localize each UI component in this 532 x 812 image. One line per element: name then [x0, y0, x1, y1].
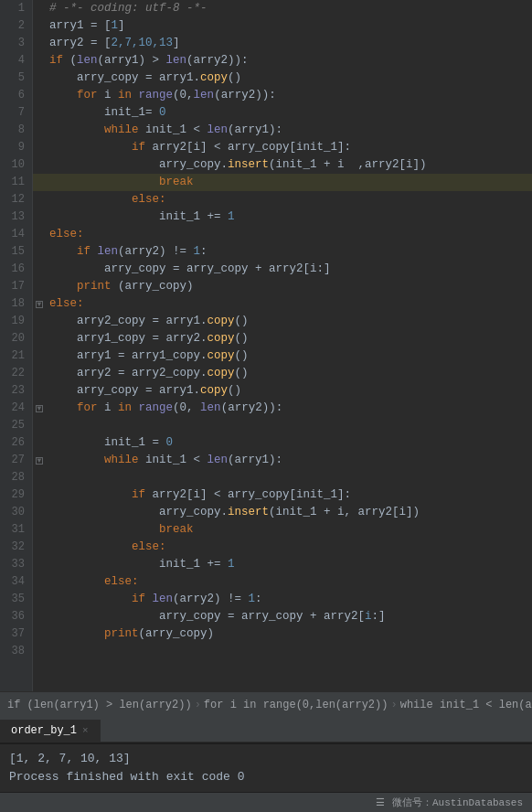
code-line: arry_copy = arry_copy + arry2[i:]: [33, 261, 532, 278]
line-numbers: 1234567891011121314151617181920212223242…: [0, 0, 33, 691]
code-text: while init_1 < len(arry1):: [46, 452, 282, 469]
code-line: if arry2[i] < arry_copy[init_1]:: [33, 139, 532, 156]
code-text: for i in range(0,len(arry2)):: [46, 87, 276, 104]
code-text: break: [46, 521, 194, 539]
line-number: 21: [4, 347, 25, 365]
code-text: if (len(arry1) > len(arry2)):: [46, 52, 249, 69]
code-text: arry_copy.insert(init_1 + i, arry2[i]): [46, 504, 420, 521]
line-number: 17: [4, 278, 25, 295]
code-text: init_1= 0: [46, 104, 166, 122]
code-line: [33, 417, 532, 434]
breadcrumb-item[interactable]: while init_1 < len(arry1): [400, 699, 532, 711]
fold-gutter: [33, 556, 46, 573]
fold-gutter: [33, 208, 46, 226]
code-text: arry_copy = arry1.copy(): [46, 382, 241, 400]
fold-arrow-icon[interactable]: ▼: [36, 301, 43, 308]
fold-gutter: [33, 35, 46, 52]
line-number: 7: [4, 104, 25, 122]
line-number: 35: [4, 591, 25, 608]
breadcrumb-separator: ›: [195, 699, 201, 711]
line-number: 14: [4, 226, 25, 243]
fold-gutter: [33, 139, 46, 156]
code-text: else:: [46, 295, 84, 313]
fold-arrow-icon[interactable]: ▼: [36, 457, 43, 465]
code-line: break: [33, 174, 532, 191]
line-number: 16: [4, 261, 25, 278]
code-line: ▼else:: [33, 295, 532, 313]
code-text: break: [46, 174, 194, 191]
code-text: arry_copy.insert(init_1 + i ,arry2[i]): [46, 156, 427, 174]
code-text: arry2_copy = arry1.copy(): [46, 313, 249, 330]
fold-gutter: [33, 243, 46, 261]
line-number: 5: [4, 69, 25, 87]
code-line: ▼ for i in range(0, len(arry2)):: [33, 400, 532, 417]
tab-close-button[interactable]: ×: [82, 725, 89, 736]
line-number: 8: [4, 122, 25, 139]
code-text: while init_1 < len(arry1):: [46, 122, 282, 139]
fold-gutter: [33, 278, 46, 295]
fold-gutter[interactable]: ▼: [33, 452, 46, 469]
fold-gutter: [33, 365, 46, 382]
code-line: arry1 = arry1_copy.copy(): [33, 347, 532, 365]
breadcrumb-item[interactable]: for i in range(0,len(arry2)): [204, 699, 388, 711]
code-line: else:: [33, 539, 532, 556]
code-text: arry1_copy = arry2.copy(): [46, 330, 249, 347]
status-right-text: 微信号：AustinDatabases: [392, 796, 523, 809]
fold-gutter: [33, 643, 46, 660]
code-line: init_1 += 1: [33, 208, 532, 226]
fold-gutter: [33, 0, 46, 17]
editor-tab[interactable]: order_by_1×: [0, 720, 101, 742]
fold-gutter: [33, 156, 46, 174]
code-lines[interactable]: # -*- coding: utf-8 -*-arry1 = [1]arry2 …: [33, 0, 532, 691]
code-line: arry2_copy = arry1.copy(): [33, 313, 532, 330]
code-text: [46, 469, 132, 486]
line-number: 4: [4, 52, 25, 69]
line-number: 22: [4, 365, 25, 382]
fold-gutter: [33, 330, 46, 347]
fold-gutter: [33, 69, 46, 87]
code-text: if arry2[i] < arry_copy[init_1]:: [46, 486, 351, 504]
fold-gutter: [33, 486, 46, 504]
code-text: init_1 = 0: [46, 434, 173, 452]
fold-arrow-icon[interactable]: ▼: [36, 405, 43, 412]
editor-area: 1234567891011121314151617181920212223242…: [0, 0, 532, 717]
code-line: arry_copy = arry_copy + arry2[i:]: [33, 608, 532, 625]
code-text: arry_copy = arry_copy + arry2[i:]: [46, 261, 331, 278]
line-number: 20: [4, 330, 25, 347]
fold-gutter[interactable]: ▼: [33, 295, 46, 313]
code-line: init_1 += 1: [33, 556, 532, 573]
fold-gutter: [33, 608, 46, 625]
code-line: if len(arry2) != 1:: [33, 243, 532, 261]
tab-bar: order_by_1×: [0, 717, 532, 743]
code-line: arry1_copy = arry2.copy(): [33, 330, 532, 347]
code-text: arry2 = [2,7,10,13]: [46, 35, 180, 52]
fold-gutter: [33, 469, 46, 486]
fold-gutter[interactable]: ▼: [33, 400, 46, 417]
code-container: 1234567891011121314151617181920212223242…: [0, 0, 532, 691]
code-text: print (arry_copy): [46, 278, 194, 295]
code-text: [46, 643, 49, 660]
code-text: arry2 = arry2_copy.copy(): [46, 365, 249, 382]
code-text: if len(arry2) != 1:: [46, 591, 262, 608]
code-text: arry1 = [1]: [46, 17, 125, 35]
line-number: 6: [4, 87, 25, 104]
code-line: # -*- coding: utf-8 -*-: [33, 0, 532, 17]
line-number: 23: [4, 382, 25, 400]
line-number: 36: [4, 608, 25, 625]
line-number: 10: [4, 156, 25, 174]
fold-gutter: [33, 347, 46, 365]
line-number: 28: [4, 469, 25, 486]
code-text: for i in range(0, len(arry2)):: [46, 400, 282, 417]
fold-gutter: [33, 539, 46, 556]
code-line: while init_1 < len(arry1):: [33, 122, 532, 139]
fold-gutter: [33, 87, 46, 104]
code-line: print (arry_copy): [33, 278, 532, 295]
code-line: arry1 = [1]: [33, 17, 532, 35]
code-text: init_1 += 1: [46, 208, 235, 226]
breadcrumb-item[interactable]: if (len(arry1) > len(arry2)): [7, 699, 192, 711]
breadcrumb-separator: ›: [390, 699, 397, 711]
line-number: 33: [4, 556, 25, 573]
code-line: arry_copy.insert(init_1 + i ,arry2[i]): [33, 156, 532, 174]
code-line: init_1= 0: [33, 104, 532, 122]
code-line: for i in range(0,len(arry2)):: [33, 87, 532, 104]
